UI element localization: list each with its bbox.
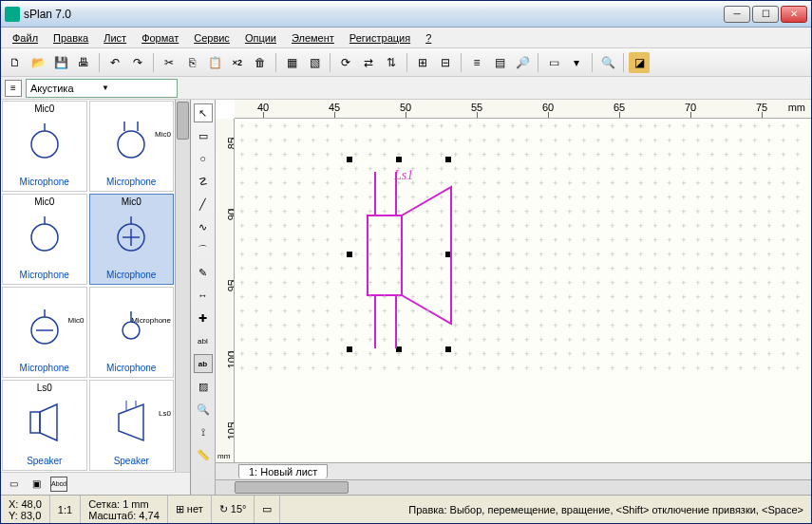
ruler-tick-label: 40 [257,102,269,113]
horizontal-scrollbar[interactable] [216,479,811,495]
tool-plus-icon[interactable]: ✚ [194,309,213,328]
library-item-name: Microphone [20,177,69,187]
sheet-icon[interactable]: ▭ [543,52,564,73]
ruler-tick-label: 55 [471,102,482,113]
libview-2-icon[interactable]: ▣ [28,477,45,492]
chevron-down-icon: ▼ [102,84,173,92]
library-item-name: Microphone [20,363,69,373]
tool-arc-icon[interactable]: ⌒ [194,240,213,259]
library-item[interactable]: MicrophoneMicrophone [89,287,175,378]
menu-help[interactable]: ? [418,30,439,46]
tool-zoom-icon[interactable]: 🔍 [194,400,213,419]
tool-line-icon[interactable]: ╱ [194,195,213,214]
list-icon[interactable]: ▤ [489,52,510,73]
library-item[interactable]: Mic0Microphone [2,194,87,285]
selection-handle[interactable] [396,157,402,162]
ruler-tick-label: 100 [226,351,235,368]
ruler-tick-label: 65 [614,102,625,113]
mirror-v-icon[interactable]: ⇅ [381,52,402,73]
align-icon[interactable]: ≡ [466,52,487,73]
library-item-name: Speaker [114,456,149,466]
menu-file[interactable]: Файл [5,30,46,46]
extra-icon[interactable]: ◪ [629,52,650,73]
library-item-name: Speaker [27,456,62,466]
tool-circle-icon[interactable]: ○ [194,149,213,168]
tool-image-icon[interactable]: ▨ [194,377,213,396]
selection-handle[interactable] [347,252,352,257]
delete-icon[interactable]: 🗑 [250,52,271,73]
find-icon[interactable]: 🔎 [512,52,533,73]
menu-sheet[interactable]: Лист [96,30,134,46]
redo-icon[interactable]: ↷ [127,52,148,73]
duplicate-icon[interactable]: ×2 [227,52,248,73]
group-icon[interactable]: ⊞ [412,52,433,73]
svg-point-0 [31,131,58,158]
selection-handle[interactable] [347,346,352,352]
print-icon[interactable]: 🖶 [73,52,94,73]
library-item[interactable]: Ls0Speaker [2,380,87,471]
status-snap1[interactable]: ⊞ нет [168,496,212,523]
save-icon[interactable]: 💾 [50,52,71,73]
menu-service[interactable]: Сервис [186,30,237,46]
paste-icon[interactable]: 📋 [204,52,225,73]
libview-text-icon[interactable]: Abcd [50,477,67,492]
library-view-icons: ▭ ▣ Abcd [1,472,190,495]
cut-icon[interactable]: ✂ [159,52,179,73]
library-item[interactable]: Ls0Speaker [89,380,175,471]
menu-element[interactable]: Элемент [284,30,342,46]
tool-freehand-icon[interactable]: ✎ [194,263,213,282]
tool-pointer-icon[interactable]: ↖ [194,103,213,122]
speaker-symbol[interactable] [358,172,463,352]
sheet-dd-icon[interactable]: ▾ [566,52,587,73]
status-color[interactable]: ▭ [255,496,280,523]
app-icon [5,7,20,22]
libview-1-icon[interactable]: ▭ [5,477,22,492]
copy-icon[interactable]: ⎘ [181,52,202,73]
selection-handle[interactable] [347,157,352,162]
tool-ruler-icon[interactable]: 📏 [194,445,213,464]
tool-label-icon[interactable]: abI [194,331,213,350]
library-scrollbar[interactable] [175,100,190,472]
titlebar: sPlan 7.0 ─ ☐ ✕ [1,1,811,28]
status-bar: X: 48,0 Y: 83,0 1:1 Сетка: 1 mm Масштаб:… [1,495,811,523]
ruler-tick-label: 70 [685,102,696,113]
canvas-area: 4045505560657075mm 859095100105mm Ls1 [216,100,811,495]
front-icon[interactable]: ▦ [281,52,302,73]
tool-poly-icon[interactable]: ☡ [194,172,213,191]
window-title: sPlan 7.0 [24,8,724,21]
library-item-symbol [92,105,172,177]
tool-measure-icon[interactable]: ⟟ [194,422,213,441]
ruler-tick-label: 50 [400,102,411,113]
library-item[interactable]: Mic0Microphone [89,101,175,192]
tool-curve-icon[interactable]: ∿ [194,217,213,236]
zoom-icon[interactable]: 🔍 [597,52,618,73]
tool-text-icon[interactable]: ab [194,354,213,373]
open-icon[interactable]: 📂 [28,52,48,73]
library-item[interactable]: Mic0Microphone [2,287,87,378]
library-item[interactable]: Mic0Microphone [89,194,175,285]
menu-format[interactable]: Формат [134,30,186,46]
ungroup-icon[interactable]: ⊟ [435,52,456,73]
category-menu-icon[interactable]: ≡ [5,80,22,97]
library-item-tag: Ls0 [37,383,52,393]
library-item[interactable]: Mic0Microphone [2,101,87,192]
maximize-button[interactable]: ☐ [752,6,779,23]
undo-icon[interactable]: ↶ [104,52,125,73]
tool-rect-icon[interactable]: ▭ [194,126,213,145]
category-dropdown[interactable]: Акустика ▼ [26,79,178,98]
sheet-tab[interactable]: 1: Новый лист [238,464,328,478]
menu-registration[interactable]: Регистрация [342,30,418,46]
back-icon[interactable]: ▧ [304,52,325,73]
new-icon[interactable]: 🗋 [5,52,26,73]
library-item-symbol [92,198,172,270]
selection-handle[interactable] [445,157,451,162]
menu-edit[interactable]: Правка [46,30,96,46]
menu-options[interactable]: Опции [237,30,284,46]
mirror-h-icon[interactable]: ⇄ [358,52,379,73]
close-button[interactable]: ✕ [781,6,807,23]
minimize-button[interactable]: ─ [724,6,750,23]
status-snap2[interactable]: ↻ 15° [212,496,255,523]
drawing-canvas[interactable]: Ls1 ++++++++++++++++++++++++++++++++++++… [235,119,811,462]
tool-dim-icon[interactable]: ↔ [194,286,213,305]
rotate-icon[interactable]: ⟳ [335,52,356,73]
